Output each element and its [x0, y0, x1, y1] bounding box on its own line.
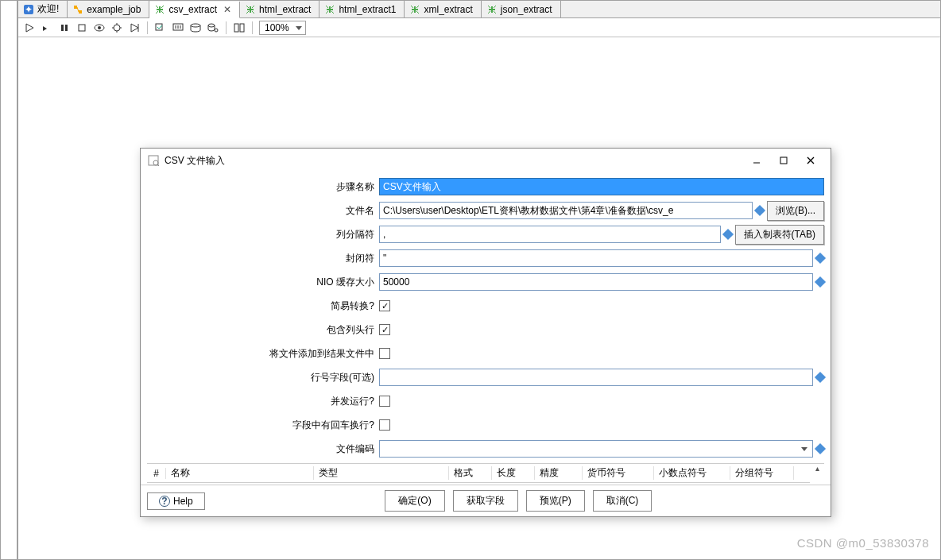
editor-tabs: ✦ 欢迎! example_job csv_extract ✕ html_ext… [18, 1, 940, 18]
insert-tab-button[interactable]: 插入制表符(TAB) [735, 225, 824, 245]
explore-db-icon[interactable] [207, 21, 219, 34]
variable-indicator-icon [815, 443, 826, 454]
svg-marker-5 [43, 26, 47, 31]
scroll-up-icon[interactable]: ▴ [815, 464, 819, 473]
col-decimal[interactable]: 小数点符号 [654, 466, 730, 480]
preview-button[interactable]: 预览(P) [526, 490, 585, 512]
svg-rect-8 [79, 25, 85, 31]
maximize-button[interactable] [770, 151, 797, 170]
trans-icon [324, 4, 335, 15]
csv-input-dialog: CSV 文件输入 步骤名称 文件名 浏览(B)... 列分隔符 [140, 148, 831, 517]
job-icon [72, 4, 83, 15]
addresult-checkbox[interactable] [379, 348, 390, 359]
step-name-input[interactable] [379, 178, 824, 195]
tab-label: example_job [87, 4, 141, 15]
help-label: Help [173, 496, 193, 507]
zoom-value: 100% [265, 22, 289, 33]
browse-button[interactable]: 浏览(B)... [767, 201, 824, 221]
cancel-button[interactable]: 取消(C) [593, 490, 653, 512]
enclosure-label: 封闭符 [147, 252, 379, 265]
close-icon[interactable]: ✕ [220, 4, 231, 15]
svg-rect-18 [234, 24, 238, 32]
svg-point-11 [114, 25, 120, 31]
col-length[interactable]: 长度 [492, 466, 535, 480]
minimize-button[interactable] [743, 151, 770, 170]
help-button[interactable]: ? Help [147, 492, 205, 510]
delimiter-input[interactable] [379, 226, 721, 243]
svg-text:✦: ✦ [25, 4, 33, 15]
trans-icon [409, 4, 420, 15]
header-checkbox[interactable] [379, 324, 390, 335]
dialog-footer: ? Help 确定(O) 获取字段 预览(P) 取消(C) [141, 485, 831, 516]
tab-html-extract[interactable]: html_extract [240, 1, 319, 17]
svg-marker-4 [26, 24, 33, 32]
svg-rect-19 [240, 24, 244, 32]
filename-input[interactable] [379, 202, 753, 219]
welcome-icon: ✦ [23, 4, 34, 15]
col-name[interactable]: 名称 [166, 466, 314, 480]
svg-point-15 [191, 24, 200, 27]
variable-indicator-icon [815, 276, 826, 288]
tab-csv-extract[interactable]: csv_extract ✕ [149, 2, 240, 18]
sql-icon[interactable] [189, 21, 202, 34]
buffer-input[interactable] [379, 273, 813, 291]
dialog-titlebar[interactable]: CSV 文件输入 [141, 149, 831, 172]
addresult-label: 将文件添加到结果文件中 [147, 347, 379, 361]
run-icon[interactable] [23, 21, 36, 34]
col-hash[interactable]: # [147, 468, 166, 479]
watermark: CSDN @m0_53830378 [797, 536, 929, 550]
encoding-label: 文件编码 [147, 442, 379, 456]
trans-icon [245, 4, 256, 15]
tab-label: json_extract [501, 4, 552, 15]
verify-icon[interactable] [154, 21, 167, 34]
svg-rect-22 [780, 157, 787, 164]
rownum-label: 行号字段(可选) [147, 371, 379, 384]
impact-icon[interactable] [172, 21, 184, 34]
col-currency[interactable]: 货币符号 [583, 466, 654, 480]
parallel-checkbox[interactable] [379, 396, 390, 407]
svg-rect-6 [61, 25, 64, 31]
show-results-icon[interactable] [233, 21, 246, 34]
encoding-select[interactable] [379, 440, 813, 458]
close-button[interactable] [797, 151, 824, 170]
debug-icon[interactable] [110, 21, 123, 34]
replay-icon[interactable] [128, 21, 141, 34]
tab-label: html_extract [259, 4, 311, 15]
enclosure-input[interactable] [379, 249, 813, 267]
lazy-label: 简易转换? [147, 299, 379, 313]
run-config-icon[interactable] [41, 21, 53, 34]
col-group[interactable]: 分组符号 [730, 466, 794, 480]
tab-welcome[interactable]: ✦ 欢迎! [18, 1, 68, 17]
variable-indicator-icon [722, 229, 733, 240]
svg-point-16 [208, 24, 215, 27]
grid-header-row: # 名称 类型 格式 长度 精度 货币符号 小数点符号 分组符号 [147, 464, 810, 483]
newline-checkbox[interactable] [379, 419, 390, 431]
tab-json-extract[interactable]: json_extract [482, 1, 561, 17]
svg-rect-13 [156, 24, 162, 30]
pause-icon[interactable] [58, 21, 71, 34]
grid-vscroll[interactable]: ▴ ▾ [810, 464, 824, 485]
editor-toolbar: 100% [18, 18, 940, 37]
header-label: 包含列头行 [147, 323, 379, 337]
variable-indicator-icon [815, 372, 826, 383]
zoom-select[interactable]: 100% [259, 21, 306, 35]
tab-html-extract1[interactable]: html_extract1 [319, 1, 405, 17]
dialog-title: CSV 文件输入 [165, 154, 225, 168]
lazy-checkbox[interactable] [379, 300, 390, 311]
preview-icon[interactable] [93, 21, 106, 34]
getfields-button[interactable]: 获取字段 [453, 490, 518, 512]
col-format[interactable]: 格式 [449, 466, 492, 480]
rownum-input[interactable] [379, 369, 813, 386]
svg-point-10 [98, 26, 101, 29]
stop-icon[interactable] [76, 21, 88, 34]
newline-label: 字段中有回车换行? [147, 419, 379, 432]
tab-label: xml_extract [424, 4, 472, 15]
col-precision[interactable]: 精度 [535, 466, 583, 480]
ok-button[interactable]: 确定(O) [385, 490, 444, 512]
col-type[interactable]: 类型 [314, 466, 449, 480]
trans-icon [486, 4, 498, 15]
tab-example-job[interactable]: example_job [68, 1, 149, 17]
svg-rect-2 [74, 6, 77, 9]
parallel-label: 并发运行? [147, 395, 379, 408]
tab-xml-extract[interactable]: xml_extract [405, 1, 481, 17]
